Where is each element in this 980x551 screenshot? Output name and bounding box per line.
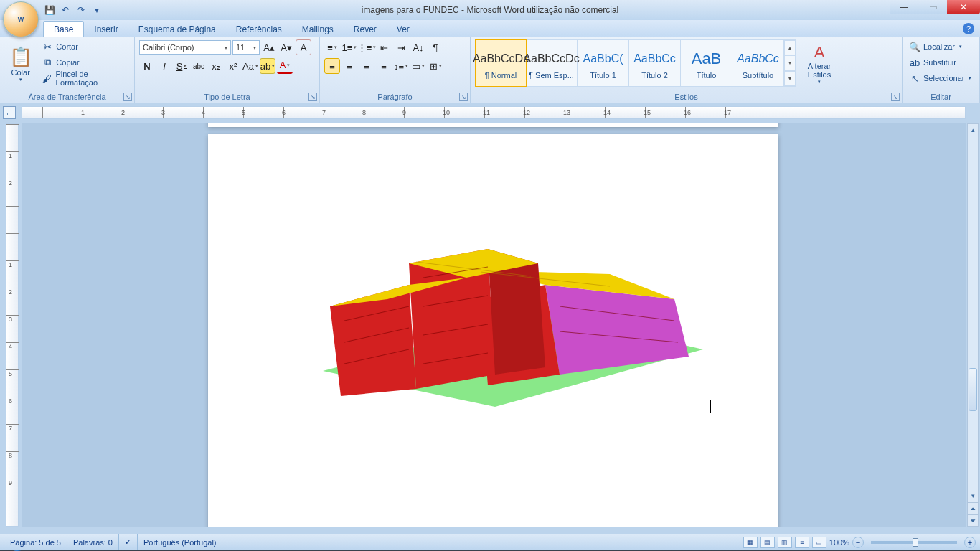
show-marks-button[interactable]: ¶ bbox=[428, 39, 443, 55]
style-heading2[interactable]: AaBbCcTítulo 2 bbox=[629, 40, 681, 86]
increase-indent-button[interactable]: ⇥ bbox=[393, 39, 409, 55]
scroll-thumb[interactable] bbox=[969, 368, 977, 411]
help-button[interactable]: ? bbox=[963, 23, 974, 34]
subscript-button[interactable]: x₂ bbox=[208, 58, 224, 74]
copy-button[interactable]: ⧉Copiar bbox=[39, 55, 130, 70]
view-print-layout[interactable]: ▦ bbox=[743, 537, 758, 548]
styles-expand[interactable]: ▾ bbox=[784, 71, 796, 86]
status-proofing[interactable]: ✓ bbox=[119, 534, 138, 550]
multilevel-list-button[interactable]: ⋮≡ bbox=[359, 39, 374, 55]
group-paragraph: ≡ 1≡ ⋮≡ ⇤ ⇥ A↓ ¶ ≡ ≡ ≡ ≡ ↕≡ ▭ ⊞ bbox=[320, 37, 471, 103]
status-page[interactable]: Página: 5 de 5 bbox=[4, 534, 67, 550]
style-no-spacing[interactable]: AaBbCcDc¶ Sem Esp... bbox=[526, 40, 578, 86]
window-controls: — ▭ ✕ bbox=[890, 0, 980, 14]
justify-button[interactable]: ≡ bbox=[376, 58, 392, 74]
minimize-button[interactable]: — bbox=[890, 0, 918, 14]
cut-button[interactable]: ✂Cortar bbox=[39, 39, 130, 54]
style-normal[interactable]: AaBbCcDc¶ Normal bbox=[475, 39, 527, 87]
view-full-screen[interactable]: ▤ bbox=[760, 537, 775, 548]
zoom-in-button[interactable]: + bbox=[964, 537, 976, 548]
change-case-button[interactable]: Aa bbox=[242, 58, 258, 74]
highlight-button[interactable]: ab bbox=[260, 58, 275, 74]
font-dialog-launcher[interactable]: ↘ bbox=[308, 93, 317, 101]
numbering-button[interactable]: 1≡ bbox=[341, 39, 357, 55]
change-styles-icon: A bbox=[814, 43, 825, 62]
grow-font-button[interactable]: A▴ bbox=[261, 39, 277, 55]
zoom-out-button[interactable]: − bbox=[852, 537, 864, 548]
zoom-slider[interactable] bbox=[871, 541, 957, 544]
group-font: Calibri (Corpo)▾ 11▾ A▴ A▾ A N I S abc x… bbox=[135, 37, 320, 103]
browse-prev-button[interactable]: ⏶ bbox=[968, 502, 978, 514]
vertical-scrollbar[interactable]: ▴ ▾ ⏶ ⏷ bbox=[967, 123, 979, 527]
find-button[interactable]: 🔍Localizar▾ bbox=[907, 39, 974, 54]
align-left-button[interactable]: ≡ bbox=[324, 58, 340, 74]
bold-button[interactable]: N bbox=[139, 58, 155, 74]
status-words[interactable]: Palavras: 0 bbox=[67, 534, 119, 550]
style-preview: AaBbCc bbox=[633, 47, 676, 71]
style-title[interactable]: AaBTítulo bbox=[681, 40, 732, 86]
sort-button[interactable]: A↓ bbox=[410, 39, 426, 55]
font-color-button[interactable]: A bbox=[277, 58, 293, 74]
zoom-value[interactable]: 100% bbox=[829, 538, 849, 547]
close-button[interactable]: ✕ bbox=[947, 0, 980, 14]
group-label-styles: Estilos bbox=[471, 93, 902, 101]
change-styles-button[interactable]: A Alterar Estilos▾ bbox=[799, 39, 839, 88]
style-heading1[interactable]: AaBbC(Título 1 bbox=[578, 40, 629, 86]
tab-inserir[interactable]: Inserir bbox=[84, 22, 128, 37]
tab-esquema[interactable]: Esquema de Página bbox=[128, 22, 226, 37]
qat-undo-icon[interactable]: ↶ bbox=[59, 4, 72, 17]
tab-mailings[interactable]: Mailings bbox=[292, 22, 344, 37]
underline-button[interactable]: S bbox=[174, 58, 189, 74]
replace-button[interactable]: abSubstituir bbox=[907, 55, 974, 70]
maximize-button[interactable]: ▭ bbox=[918, 0, 947, 14]
select-button[interactable]: ↖Seleccionar▾ bbox=[907, 71, 974, 85]
page-current[interactable] bbox=[208, 134, 778, 527]
italic-button[interactable]: I bbox=[156, 58, 172, 74]
styles-row-up[interactable]: ▴ bbox=[784, 40, 796, 55]
tab-base[interactable]: Base bbox=[43, 21, 84, 37]
qat-save-icon[interactable]: 💾 bbox=[43, 4, 56, 17]
align-center-button[interactable]: ≡ bbox=[341, 58, 357, 74]
format-painter-button[interactable]: 🖌Pincel de Formatação bbox=[39, 71, 130, 85]
horizontal-ruler[interactable]: 3211234567891011121314151617 bbox=[22, 106, 966, 119]
shrink-font-button[interactable]: A▾ bbox=[278, 39, 294, 55]
scroll-down-arrow[interactable]: ▾ bbox=[968, 490, 978, 501]
clear-formatting-button[interactable]: A bbox=[296, 39, 311, 55]
borders-button[interactable]: ⊞ bbox=[428, 58, 443, 74]
document-scroll-area[interactable] bbox=[22, 123, 966, 527]
vertical-ruler[interactable]: 12123456789 bbox=[6, 123, 19, 527]
office-button[interactable]: W bbox=[3, 1, 39, 37]
tab-referencias[interactable]: Referências bbox=[226, 22, 292, 37]
styles-gallery[interactable]: AaBbCcDc¶ Normal AaBbCcDc¶ Sem Esp... Aa… bbox=[475, 39, 796, 87]
decrease-indent-button[interactable]: ⇤ bbox=[376, 39, 392, 55]
superscript-button[interactable]: x² bbox=[225, 58, 241, 74]
strikethrough-button[interactable]: abc bbox=[191, 58, 207, 74]
embedded-image-3d-building[interactable] bbox=[301, 206, 703, 414]
line-spacing-button[interactable]: ↕≡ bbox=[393, 58, 409, 74]
page-previous[interactable] bbox=[208, 123, 778, 127]
styles-row-down[interactable]: ▾ bbox=[784, 55, 796, 70]
status-language[interactable]: Português (Portugal) bbox=[138, 534, 223, 550]
scroll-up-arrow[interactable]: ▴ bbox=[968, 124, 978, 136]
tab-ver[interactable]: Ver bbox=[387, 22, 420, 37]
font-name-combo[interactable]: Calibri (Corpo)▾ bbox=[139, 40, 231, 55]
clipboard-dialog-launcher[interactable]: ↘ bbox=[123, 93, 132, 101]
view-outline[interactable]: ≡ bbox=[795, 537, 809, 548]
paste-button[interactable]: 📋 Colar ▾ bbox=[4, 39, 37, 88]
align-right-button[interactable]: ≡ bbox=[359, 58, 374, 74]
view-draft[interactable]: ▭ bbox=[812, 537, 826, 548]
browse-next-button[interactable]: ⏷ bbox=[968, 514, 978, 526]
qat-redo-icon[interactable]: ↷ bbox=[75, 4, 88, 17]
tab-rever[interactable]: Rever bbox=[344, 22, 387, 37]
styles-dialog-launcher[interactable]: ↘ bbox=[891, 93, 900, 101]
paragraph-dialog-launcher[interactable]: ↘ bbox=[459, 93, 468, 101]
tab-selector[interactable]: ⌐ bbox=[3, 106, 16, 119]
group-label-clipboard: Área de Transferência bbox=[0, 93, 134, 101]
font-size-combo[interactable]: 11▾ bbox=[232, 40, 260, 55]
view-web-layout[interactable]: ▥ bbox=[778, 537, 792, 548]
shading-button[interactable]: ▭ bbox=[410, 58, 426, 74]
zoom-slider-knob[interactable] bbox=[913, 538, 918, 547]
bullets-button[interactable]: ≡ bbox=[324, 39, 340, 55]
qat-customize-icon[interactable]: ▾ bbox=[90, 4, 103, 17]
style-subtitle[interactable]: AaBbCcSubtítulo bbox=[732, 40, 784, 86]
